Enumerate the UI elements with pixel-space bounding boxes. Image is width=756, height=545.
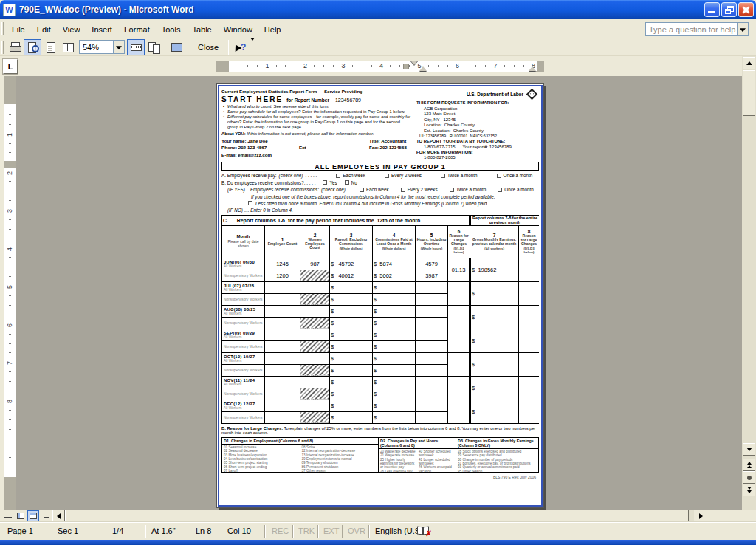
next-page-button[interactable] <box>743 484 755 496</box>
horizontal-scroll-thumb[interactable] <box>65 510 689 522</box>
multiple-pages-icon <box>62 41 74 53</box>
vertical-scrollbar[interactable] <box>742 56 756 510</box>
data-cell <box>265 281 300 293</box>
status-trk-toggle[interactable]: TRK <box>298 527 315 535</box>
d1-title: D1. Changes in Employment (Columns 6 and… <box>222 438 378 445</box>
menu-file[interactable]: File <box>6 22 31 37</box>
data-cell: $ <box>373 340 416 352</box>
close-window-button[interactable] <box>738 2 754 17</box>
minimize-icon <box>708 11 715 13</box>
data-cell <box>300 329 330 340</box>
reason-cell <box>448 376 470 400</box>
hanging-indent-marker[interactable] <box>419 66 427 71</box>
section-a-label: A. Employees receive pay: <box>221 173 277 178</box>
context-help-button[interactable]: ? <box>231 39 249 55</box>
full-screen-button[interactable] <box>168 39 185 55</box>
reason-code-item: 46 Workers on unpaid vacation <box>419 465 454 472</box>
magnifier-toggle-button[interactable] <box>24 39 41 55</box>
h-ruler-number: 4 <box>378 61 385 71</box>
v-ruler-number: 4 <box>4 244 16 255</box>
scroll-up-button[interactable] <box>743 57 755 69</box>
status-language[interactable]: English (U.S <box>375 527 420 535</box>
multiple-pages-button[interactable] <box>59 39 77 55</box>
checkbox-option: Every 2 weeks <box>385 173 422 178</box>
scroll-right-button[interactable] <box>695 510 707 522</box>
toolbar-grip-handle[interactable] <box>1 41 4 54</box>
print-button[interactable] <box>6 39 24 55</box>
scroll-left-button[interactable] <box>52 510 65 522</box>
menu-format[interactable]: Format <box>118 22 156 37</box>
data-cell <box>300 400 330 411</box>
help-dropdown-button[interactable] <box>737 23 748 35</box>
menu-tools[interactable]: Tools <box>156 22 187 37</box>
vertical-scroll-thumb[interactable] <box>743 70 755 116</box>
data-cell: $ <box>373 329 416 340</box>
status-page: Page 1 <box>7 527 33 535</box>
vertical-ruler[interactable]: 12345678 <box>4 76 16 510</box>
shrink-to-fit-button[interactable] <box>145 39 162 55</box>
horizontal-ruler[interactable]: 12345678 <box>216 61 544 72</box>
v-ruler-number: 2 <box>4 168 16 179</box>
status-rec-toggle[interactable]: REC <box>272 527 289 535</box>
top-margin-area <box>4 76 16 104</box>
menu-edit[interactable]: Edit <box>31 22 57 37</box>
window-bottom-border <box>0 540 756 545</box>
normal-view-button[interactable] <box>2 510 14 521</box>
data-cell <box>265 305 300 317</box>
table-column-marker[interactable] <box>403 64 409 69</box>
outline-view-button[interactable] <box>40 510 52 521</box>
company-ids: UI: 123456789 RU:00001 NAICS:632152 <box>416 134 539 138</box>
data-cell: $ 45792 <box>330 258 373 270</box>
status-ext-toggle[interactable]: EXT <box>323 527 339 535</box>
one-page-button[interactable] <box>41 39 59 55</box>
tab-stop-selector[interactable]: L <box>3 59 18 74</box>
menu-view[interactable]: View <box>57 22 86 37</box>
checkbox-label: Twice a month <box>447 173 478 178</box>
data-cell: $ <box>330 293 373 305</box>
shrink-to-fit-icon <box>148 41 159 53</box>
view-ruler-toggle-button[interactable] <box>127 39 145 55</box>
data-cell: 1200 <box>265 270 300 281</box>
help-search-box[interactable]: Type a question for help <box>645 22 749 36</box>
scroll-down-button[interactable] <box>743 443 755 456</box>
data-cell <box>265 376 300 388</box>
gross-earnings-cell: $ 198562 <box>470 258 519 281</box>
right-indent-marker[interactable] <box>529 66 536 71</box>
ruler-icon <box>130 41 142 53</box>
select-browse-object-button[interactable] <box>743 471 755 484</box>
section-c-header-left: C. Report columns 1-6 for the pay period… <box>222 215 470 225</box>
print-layout-view-button[interactable] <box>27 510 39 521</box>
data-cell: $ <box>373 376 416 388</box>
status-ovr-toggle[interactable]: OVR <box>348 527 365 535</box>
minimize-button[interactable] <box>704 2 720 17</box>
reason-code-item: 07 Layoff <box>224 469 299 473</box>
menu-table[interactable]: Table <box>186 22 217 37</box>
horizontal-scroll-track[interactable] <box>65 510 694 522</box>
d2-box: D2. Changes in Pay and Hours (Columns 6 … <box>379 437 456 473</box>
print-layout-icon <box>30 513 37 519</box>
toolbar-options-button[interactable] <box>250 41 255 54</box>
first-line-indent-marker[interactable] <box>410 61 418 65</box>
data-cell <box>416 305 448 317</box>
v-ruler-number: 6 <box>4 320 16 331</box>
month-row-all-workers: JUL(07) 07/28All Workers$$$ <box>222 281 540 293</box>
previous-page-button[interactable] <box>743 459 755 471</box>
document-page[interactable]: Current Employment Statistics Report For… <box>216 83 544 508</box>
menubar-grip-handle[interactable] <box>1 22 4 35</box>
web-layout-view-button[interactable] <box>15 510 27 521</box>
zoom-dropdown-button[interactable] <box>113 41 124 53</box>
menu-insert[interactable]: Insert <box>86 22 118 37</box>
company-location: Location: Charles County <box>416 123 539 127</box>
close-preview-button[interactable]: Close <box>192 41 224 54</box>
menu-help[interactable]: Help <box>258 22 287 37</box>
column-header: 3Payroll, Excluding Commissions(Whole do… <box>330 225 373 258</box>
restore-button[interactable] <box>721 2 737 17</box>
h-ruler-number: 1 <box>264 61 270 71</box>
menu-window[interactable]: Window <box>218 22 258 37</box>
checkbox-option: Each week <box>360 187 389 192</box>
zoom-combobox[interactable]: 54% <box>79 40 125 54</box>
all-workers-label: All Workers <box>224 264 264 268</box>
spelling-status-icon[interactable]: ✗ <box>417 525 430 536</box>
horizontal-scrollbar[interactable] <box>0 510 742 522</box>
section-d-intro: D. Reason for Large Changes: To explain … <box>221 426 539 436</box>
